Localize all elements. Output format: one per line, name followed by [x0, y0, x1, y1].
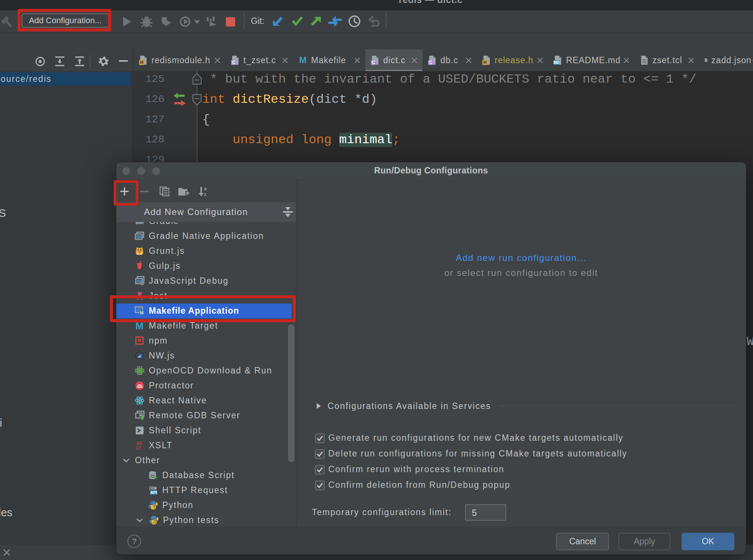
svg-text:LT: LT — [136, 446, 141, 451]
svg-text:H: H — [483, 60, 487, 65]
svg-text:a: a — [204, 186, 207, 191]
svg-text:M: M — [299, 55, 307, 65]
svg-text:C: C — [429, 60, 433, 65]
svg-text:MD: MD — [554, 61, 560, 65]
svg-text:C: C — [232, 60, 236, 65]
svg-text:{..}: {..} — [704, 60, 707, 62]
svg-text:z: z — [204, 191, 207, 197]
svg-text:C: C — [372, 60, 375, 65]
svg-text:H: H — [140, 60, 144, 65]
svg-text:XS: XS — [136, 441, 142, 446]
svg-text:API: API — [150, 490, 157, 495]
